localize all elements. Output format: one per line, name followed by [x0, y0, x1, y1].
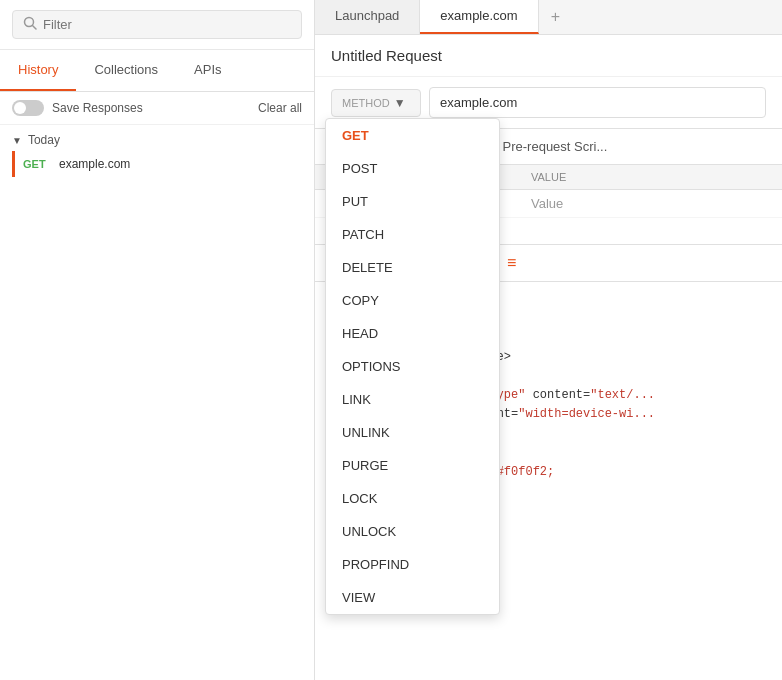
toolbar: Save Responses Clear all	[0, 92, 314, 125]
search-bar-inner	[12, 10, 302, 39]
history-url: example.com	[59, 157, 130, 171]
dropdown-item-copy[interactable]: COPY	[326, 284, 499, 317]
th-value: VALUE	[531, 171, 766, 183]
history-section: ▼ Today GET example.com	[0, 125, 314, 185]
dropdown-item-view[interactable]: VIEW	[326, 581, 499, 614]
method-selector[interactable]: METHOD ▼	[331, 89, 421, 117]
wrap-icon[interactable]: ≡	[507, 254, 516, 272]
clear-all-button[interactable]: Clear all	[258, 101, 302, 115]
tab-apis[interactable]: APIs	[176, 50, 239, 91]
dropdown-item-unlink[interactable]: UNLINK	[326, 416, 499, 449]
right-panel: Launchpad example.com + Untitled Request…	[315, 0, 782, 680]
dropdown-item-post[interactable]: POST	[326, 152, 499, 185]
dropdown-item-unlock[interactable]: UNLOCK	[326, 515, 499, 548]
dropdown-item-delete[interactable]: DELETE	[326, 251, 499, 284]
method-dropdown: GET POST PUT PATCH DELETE COPY HEAD OPTI…	[325, 118, 500, 615]
url-input[interactable]	[429, 87, 766, 118]
dropdown-item-put[interactable]: PUT	[326, 185, 499, 218]
dropdown-item-patch[interactable]: PATCH	[326, 218, 499, 251]
filter-input[interactable]	[43, 17, 291, 32]
dropdown-item-link[interactable]: LINK	[326, 383, 499, 416]
dropdown-item-get[interactable]: GET	[326, 119, 499, 152]
left-panel: History Collections APIs Save Responses …	[0, 0, 315, 680]
history-item[interactable]: GET example.com	[12, 151, 302, 177]
dropdown-item-head[interactable]: HEAD	[326, 317, 499, 350]
method-dropdown-arrow: ▼	[394, 96, 406, 110]
left-tabs: History Collections APIs	[0, 50, 314, 92]
chevron-down-icon: ▼	[12, 135, 22, 146]
search-bar-container	[0, 0, 314, 50]
svg-line-1	[33, 26, 37, 30]
new-tab-button[interactable]: +	[539, 0, 572, 34]
tab-history[interactable]: History	[0, 50, 76, 91]
today-header: ▼ Today	[12, 133, 302, 147]
toggle-wrapper: Save Responses	[12, 100, 143, 116]
method-badge: GET	[23, 158, 51, 170]
method-selector-label: METHOD	[342, 97, 390, 109]
td-value: Value	[531, 196, 766, 211]
toggle-label: Save Responses	[52, 101, 143, 115]
dropdown-item-purge[interactable]: PURGE	[326, 449, 499, 482]
dropdown-item-lock[interactable]: LOCK	[326, 482, 499, 515]
search-icon	[23, 16, 37, 33]
tab-collections[interactable]: Collections	[76, 50, 176, 91]
dropdown-item-propfind[interactable]: PROPFIND	[326, 548, 499, 581]
right-tabs-bar: Launchpad example.com +	[315, 0, 782, 35]
dropdown-item-options[interactable]: OPTIONS	[326, 350, 499, 383]
tab-example-com[interactable]: example.com	[420, 0, 538, 34]
tab-pre-request[interactable]: Pre-request Scri...	[489, 129, 622, 164]
today-label: Today	[28, 133, 60, 147]
save-responses-toggle[interactable]	[12, 100, 44, 116]
request-title: Untitled Request	[315, 35, 782, 77]
tab-launchpad[interactable]: Launchpad	[315, 0, 420, 34]
